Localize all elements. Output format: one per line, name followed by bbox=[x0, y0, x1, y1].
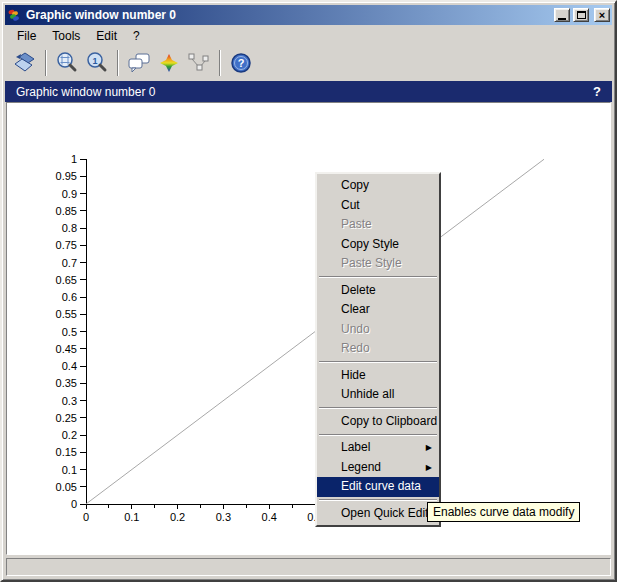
edit-data-button[interactable] bbox=[184, 49, 214, 77]
svg-text:1: 1 bbox=[92, 56, 97, 66]
zoom-original-button[interactable]: 1 bbox=[82, 49, 112, 77]
menu-item-label[interactable]: Label▶ bbox=[317, 438, 439, 458]
menu-item-hide[interactable]: Hide bbox=[317, 366, 439, 386]
menu-item-label: Copy to Clipboard bbox=[341, 414, 437, 428]
graphic-editor-icon bbox=[157, 51, 181, 75]
infobar-title: Graphic window number 0 bbox=[16, 85, 593, 99]
maximize-button[interactable] bbox=[573, 8, 589, 22]
menu-item-label: Open Quick Editor bbox=[341, 506, 439, 520]
menu-item-label: Label bbox=[341, 440, 370, 454]
help-button[interactable]: ? bbox=[226, 49, 256, 77]
menu-item-edit-curve-data[interactable]: Edit curve data bbox=[317, 477, 439, 497]
menubar-item-file[interactable]: File bbox=[9, 27, 44, 45]
menu-item-redo: Redo bbox=[317, 339, 439, 359]
submenu-arrow-icon: ▶ bbox=[426, 438, 432, 458]
zoom-area-icon bbox=[56, 52, 78, 74]
toolbar-separator bbox=[45, 50, 47, 76]
menu-item-label: Legend bbox=[341, 460, 381, 474]
graphic-window: Graphic window number 0 × File Tools Edi… bbox=[0, 0, 617, 582]
menu-separator bbox=[319, 499, 437, 501]
menu-item-clear[interactable]: Clear bbox=[317, 300, 439, 320]
datatips-icon bbox=[127, 51, 151, 75]
menu-item-label: Redo bbox=[341, 341, 370, 355]
app-icon bbox=[7, 8, 21, 22]
menu-item-open-quick-editor[interactable]: Open Quick Editor bbox=[317, 504, 439, 524]
plot-canvas[interactable] bbox=[6, 102, 611, 555]
menu-item-copy[interactable]: Copy bbox=[317, 176, 439, 196]
menubar-item-tools[interactable]: Tools bbox=[44, 27, 88, 45]
rotate-button[interactable] bbox=[10, 49, 40, 77]
datatips-button[interactable] bbox=[124, 49, 154, 77]
toolbar-separator bbox=[219, 50, 221, 76]
menu-separator bbox=[319, 276, 437, 278]
menu-separator bbox=[319, 434, 437, 436]
help-icon: ? bbox=[229, 51, 253, 75]
toolbar-separator bbox=[117, 50, 119, 76]
minimize-icon bbox=[558, 18, 566, 20]
maximize-icon bbox=[577, 11, 586, 19]
menu-separator bbox=[319, 407, 437, 409]
menu-item-label: Delete bbox=[341, 283, 376, 297]
menubar-item-help[interactable]: ? bbox=[125, 27, 148, 45]
menu-item-delete[interactable]: Delete bbox=[317, 281, 439, 301]
submenu-arrow-icon: ▶ bbox=[426, 458, 432, 478]
menu-item-label: Paste Style bbox=[341, 256, 402, 270]
menu-item-paste: Paste bbox=[317, 215, 439, 235]
menu-item-undo: Undo bbox=[317, 320, 439, 340]
menu-item-label: Unhide all bbox=[341, 387, 394, 401]
context-menu: CopyCutPasteCopy StylePaste StyleDeleteC… bbox=[315, 172, 441, 527]
titlebar: Graphic window number 0 × bbox=[5, 5, 612, 25]
menu-item-label: Clear bbox=[341, 302, 370, 316]
menu-item-cut[interactable]: Cut bbox=[317, 196, 439, 216]
menu-item-label: Hide bbox=[341, 368, 366, 382]
menu-item-label: Undo bbox=[341, 322, 370, 336]
menu-item-label: Copy Style bbox=[341, 237, 399, 251]
infobar-help-icon[interactable]: ? bbox=[593, 84, 601, 99]
minimize-button[interactable] bbox=[554, 8, 570, 22]
menu-item-paste-style: Paste Style bbox=[317, 254, 439, 274]
menu-item-legend[interactable]: Legend▶ bbox=[317, 458, 439, 478]
menu-item-copy-style[interactable]: Copy Style bbox=[317, 235, 439, 255]
close-button[interactable]: × bbox=[594, 8, 610, 22]
menu-item-label: Copy bbox=[341, 178, 369, 192]
svg-text:?: ? bbox=[238, 57, 245, 69]
zoom-area-button[interactable] bbox=[52, 49, 82, 77]
rotate-icon bbox=[13, 51, 37, 75]
menu-item-label: Paste bbox=[341, 217, 372, 231]
menu-separator bbox=[319, 361, 437, 363]
tooltip: Enables curve data modify bbox=[427, 502, 580, 522]
menu-item-label: Edit curve data bbox=[341, 479, 421, 493]
menubar-item-edit[interactable]: Edit bbox=[88, 27, 125, 45]
window-title: Graphic window number 0 bbox=[24, 8, 551, 22]
toolbar: 1 bbox=[5, 45, 612, 81]
statusbar bbox=[6, 558, 611, 576]
menu-item-label: Cut bbox=[341, 198, 360, 212]
edit-data-icon bbox=[187, 51, 211, 75]
menubar: File Tools Edit ? bbox=[5, 26, 612, 45]
graphic-editor-button[interactable] bbox=[154, 49, 184, 77]
infobar: Graphic window number 0 ? bbox=[5, 81, 612, 102]
menu-item-unhide-all[interactable]: Unhide all bbox=[317, 385, 439, 405]
zoom-original-icon: 1 bbox=[86, 52, 108, 74]
close-icon: × bbox=[599, 10, 605, 20]
menu-item-copy-to-clipboard[interactable]: Copy to Clipboard bbox=[317, 412, 439, 432]
